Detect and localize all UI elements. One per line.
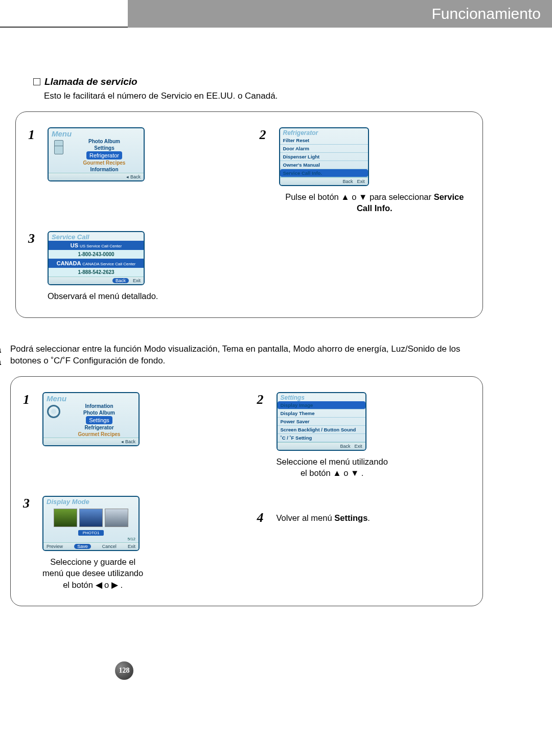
- list-item-selected: Display Image: [278, 401, 365, 409]
- exit-label: Exit: [357, 179, 364, 184]
- menu-item: Photo Album: [67, 138, 142, 145]
- list-item: Dispenser Light: [280, 153, 368, 161]
- step-1: 1 Menu Photo Album Settings Refrigerator…: [28, 127, 239, 181]
- menu-item-selected: Settings: [86, 416, 112, 424]
- us-phone: 1-800-243-0000: [49, 250, 144, 259]
- header-left-rule: [0, 0, 128, 28]
- up-triangle-icon: [341, 192, 349, 201]
- list-item: Display Theme: [278, 409, 365, 418]
- step-number: 1: [23, 392, 35, 407]
- screen-menu-settings: Menu Information Photo Album Settings Re…: [42, 392, 140, 446]
- back-label: ◂ Back: [121, 439, 135, 444]
- list-item-selected: Service Call Info.: [280, 169, 368, 177]
- screen-title: Menu: [49, 128, 144, 138]
- step-number: 3: [23, 496, 35, 511]
- menu-item: Refrigerator: [62, 424, 136, 431]
- step3-caption: Observará el menú detallado.: [48, 290, 158, 302]
- s2-step-4: 4 Volver al menú Settings.: [257, 510, 471, 525]
- section2-side-heading: Configuración de la pantalla: [0, 343, 10, 627]
- up-triangle-icon: [333, 468, 341, 477]
- right-triangle-icon: [111, 580, 118, 589]
- screen-title: Refrigerator: [280, 128, 368, 136]
- photo-label: PHOTO1: [78, 530, 104, 536]
- menu-item: Information: [67, 166, 142, 173]
- step-number: 3: [28, 231, 40, 246]
- save-pill: Save: [74, 544, 91, 549]
- photo-counter: 5/12: [43, 537, 139, 542]
- menu-item: Photo Album: [62, 409, 136, 416]
- section2-panel: 1 Menu Information Photo Album Settings: [10, 376, 483, 606]
- down-triangle-icon: [359, 192, 367, 201]
- step-number: 4: [257, 510, 269, 525]
- menu-item: Gourmet Recipes: [62, 431, 136, 438]
- s2-step-3: 3 Display Mode PHOTO1: [23, 496, 237, 590]
- menu-item: Settings: [67, 145, 142, 151]
- screen-service-call: Service Call US US Service Call Center 1…: [48, 231, 145, 285]
- square-bullet-icon: [33, 78, 40, 85]
- screen-title: Settings: [278, 393, 365, 401]
- exit-label: Exit: [133, 278, 141, 283]
- list-item: ˚C / ˚F Setting: [278, 434, 365, 442]
- menu-item: Information: [62, 403, 136, 409]
- left-triangle-icon: [96, 580, 102, 589]
- list-item: Owner's Manual: [280, 161, 368, 169]
- section2-intro: Podrá seleccionar entre la función Modo …: [10, 343, 483, 367]
- screen-refrigerator-list: Refrigerator Filter Reset Door Alarm Dis…: [279, 127, 369, 186]
- subheading-row: Llamada de servicio: [33, 76, 483, 87]
- list-item: Door Alarm: [280, 145, 368, 153]
- back-label: ◂ Back: [126, 174, 141, 179]
- s2-step4-caption: Volver al menú Settings.: [277, 512, 370, 523]
- thumbnail-icon: [105, 509, 128, 527]
- page-number-badge: 128: [115, 661, 133, 680]
- screen-menu-refrigerator: Menu Photo Album Settings Refrigerator G…: [48, 127, 145, 181]
- step-3: 3 Service Call US US Service Call Center…: [28, 231, 239, 302]
- page-header: Funcionamiento: [0, 0, 552, 28]
- menu-item: Gourmet Recipes: [67, 159, 142, 166]
- cancel-label: Cancel: [102, 544, 117, 549]
- step-number: 2: [260, 127, 272, 143]
- back-label: Back: [342, 179, 353, 184]
- s2-step-1: 1 Menu Information Photo Album Settings: [23, 392, 237, 446]
- back-label: Back: [340, 444, 350, 449]
- preview-label: Preview: [47, 544, 63, 549]
- menu-item-selected: Refrigerator: [86, 151, 122, 159]
- step-number: 2: [257, 392, 269, 407]
- us-band: US US Service Call Center: [49, 241, 144, 250]
- s2-step-2: 2 Settings Display Image Display Theme P…: [257, 392, 471, 479]
- canada-band: CANADA CANADA Service Call Center: [49, 259, 144, 268]
- step-2: 2 Refrigerator Filter Reset Door Alarm D…: [260, 127, 471, 214]
- back-pill: Back: [112, 278, 129, 283]
- screen-title: Service Call: [49, 232, 144, 241]
- thumbnail-icon: [79, 509, 103, 527]
- section1-panel: 1 Menu Photo Album Settings Refrigerator…: [15, 111, 483, 318]
- gear-icon: [47, 405, 60, 418]
- list-item: Filter Reset: [280, 136, 368, 145]
- list-item: Screen Backlight / Button Sound: [278, 426, 365, 434]
- exit-label: Exit: [128, 544, 135, 549]
- thumbnail-icon: [54, 509, 77, 527]
- exit-label: Exit: [354, 444, 362, 449]
- screen-title: Display Mode: [43, 497, 139, 506]
- s2-step3-caption: Seleccione y guarde el menú que desee ut…: [42, 556, 143, 590]
- section1-intro: Esto le facilitará el número de Servicio…: [44, 90, 483, 102]
- list-item: Power Saver: [278, 418, 365, 426]
- refrigerator-icon: [54, 140, 63, 154]
- screen-title: Menu: [43, 393, 139, 403]
- screen-settings-list: Settings Display Image Display Theme Pow…: [277, 392, 366, 451]
- header-title: Funcionamiento: [128, 0, 552, 28]
- page-number: 128: [115, 661, 133, 680]
- down-triangle-icon: [351, 468, 359, 477]
- screen-display-mode: Display Mode PHOTO1 5/12: [42, 496, 140, 551]
- s2-step2-caption: Seleccione el menú utilizando el botón o…: [277, 456, 388, 479]
- canada-phone: 1-888-542-2623: [49, 268, 144, 277]
- subheading: Llamada de servicio: [44, 76, 137, 87]
- step2-caption: Pulse el botón o para seleccionar Servic…: [279, 191, 471, 214]
- step-number: 1: [28, 127, 40, 143]
